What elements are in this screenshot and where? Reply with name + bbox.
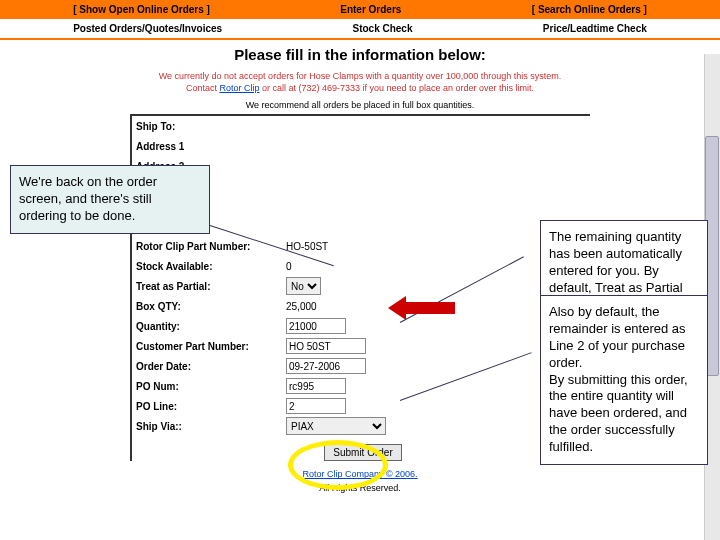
red-arrow-icon bbox=[405, 302, 455, 314]
price-leadtime-link[interactable]: Price/Leadtime Check bbox=[543, 23, 647, 34]
quantity-input[interactable] bbox=[286, 318, 346, 334]
page-title: Please fill in the information below: bbox=[0, 40, 720, 67]
customer-part-input[interactable] bbox=[286, 338, 366, 354]
menu-bar: Posted Orders/Quotes/Invoices Stock Chec… bbox=[0, 19, 720, 40]
box-qty-value: 25,000 bbox=[286, 301, 317, 312]
order-date-input[interactable] bbox=[286, 358, 366, 374]
red-arrow-head-icon bbox=[388, 296, 406, 320]
enter-orders-link[interactable]: Enter Orders bbox=[340, 4, 401, 15]
ship-via-select[interactable]: PIAX bbox=[286, 417, 386, 435]
box-qty-label: Box QTY: bbox=[136, 301, 286, 312]
po-line-label: PO Line: bbox=[136, 401, 286, 412]
po-num-input[interactable] bbox=[286, 378, 346, 394]
footer-rights: All Rights Reserved. bbox=[0, 483, 720, 493]
part-number-value: HO-50ST bbox=[286, 241, 328, 252]
po-num-label: PO Num: bbox=[136, 381, 286, 392]
ship-via-label: Ship Via:: bbox=[136, 421, 286, 432]
posted-orders-link[interactable]: Posted Orders/Quotes/Invoices bbox=[73, 23, 222, 34]
footer-company: Rotor Clip Company © 2006. bbox=[0, 469, 720, 479]
customer-part-label: Customer Part Number: bbox=[136, 341, 286, 352]
stock-available-label: Stock Available: bbox=[136, 261, 286, 272]
callout-right-1: The remaining quantity has been automati… bbox=[540, 220, 708, 306]
stock-available-value: 0 bbox=[286, 261, 292, 272]
recommend-text: We recommend all orders be placed in ful… bbox=[0, 100, 720, 110]
stock-check-link[interactable]: Stock Check bbox=[352, 23, 412, 34]
treat-partial-label: Treat as Partial: bbox=[136, 281, 286, 292]
treat-partial-select[interactable]: No bbox=[286, 277, 321, 295]
po-line-input[interactable] bbox=[286, 398, 346, 414]
callout-right-2: Also by default, the remainder is entere… bbox=[540, 295, 708, 465]
rotor-clip-contact-link[interactable]: Rotor Clip bbox=[219, 83, 259, 93]
callout-left: We're back on the order screen, and ther… bbox=[10, 165, 210, 234]
address1-label: Address 1 bbox=[136, 141, 286, 152]
show-open-orders-link[interactable]: Show Open Online Orders bbox=[79, 4, 203, 15]
footer-company-link[interactable]: Rotor Clip Company © 2006. bbox=[302, 469, 417, 479]
order-date-label: Order Date: bbox=[136, 361, 286, 372]
quantity-label: Quantity: bbox=[136, 321, 286, 332]
ship-to-label: Ship To: bbox=[136, 121, 286, 132]
top-nav: [ Show Open Online Orders ] Enter Orders… bbox=[0, 0, 720, 19]
warning-text: We currently do not accept orders for Ho… bbox=[40, 71, 680, 94]
search-orders-link[interactable]: Search Online Orders bbox=[538, 4, 641, 15]
submit-order-button[interactable]: Submit Order bbox=[324, 444, 401, 461]
